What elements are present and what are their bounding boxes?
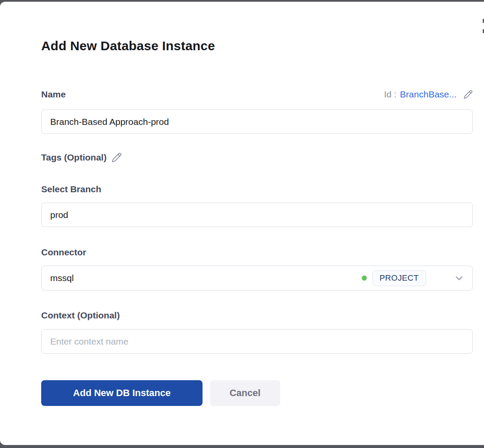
connector-label-row: Connector: [41, 247, 473, 257]
dialog-actions: Add New DB Instance Cancel: [41, 380, 280, 406]
connector-scope-badge: PROJECT: [372, 270, 426, 286]
cancel-button[interactable]: Cancel: [210, 380, 280, 406]
context-label: Context (Optional): [41, 310, 120, 321]
name-label-row: Name Id : BranchBase...: [41, 89, 473, 100]
branch-label: Select Branch: [41, 184, 101, 194]
instance-id-link[interactable]: BranchBase...: [400, 89, 457, 100]
id-prefix-label: Id :: [384, 89, 396, 100]
name-input[interactable]: [41, 109, 473, 134]
tags-row: Tags (Optional): [41, 152, 473, 163]
branch-label-row: Select Branch: [41, 184, 473, 194]
context-input[interactable]: [41, 329, 473, 354]
context-label-row: Context (Optional): [41, 310, 473, 321]
chevron-down-icon[interactable]: [454, 272, 465, 284]
branch-input[interactable]: [41, 203, 473, 227]
connector-value: mssql: [50, 273, 362, 283]
edit-tags-pencil-icon[interactable]: [112, 152, 122, 163]
dialog-title: Add New Database Instance: [41, 39, 215, 53]
connector-label: Connector: [41, 247, 86, 257]
tags-label: Tags (Optional): [41, 152, 106, 163]
connector-status-dot: [362, 275, 367, 281]
add-db-instance-dialog: Add New Database Instance Name Id : Bran…: [0, 2, 484, 445]
name-label: Name: [41, 89, 66, 100]
connector-select[interactable]: mssql PROJECT: [41, 266, 473, 291]
add-db-instance-button[interactable]: Add New DB Instance: [41, 380, 203, 406]
edit-id-pencil-icon[interactable]: [463, 90, 473, 99]
instance-id-group: Id : BranchBase...: [384, 89, 473, 100]
